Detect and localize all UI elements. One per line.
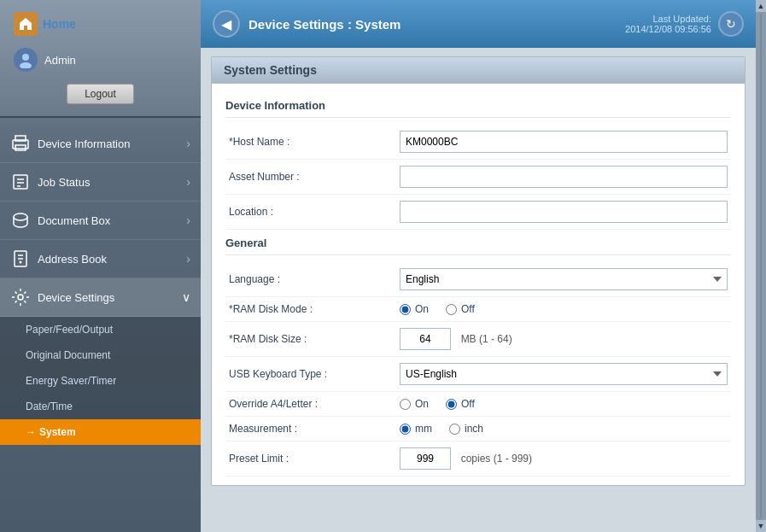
measurement-label: Measurement : (229, 423, 400, 435)
submenu-item-date-time[interactable]: Date/Time (0, 394, 201, 419)
refresh-button[interactable]: ↻ (718, 11, 744, 37)
header: ◀ Device Settings : System Last Updated:… (201, 0, 756, 48)
submenu-item-original-document[interactable]: Original Document (0, 342, 201, 368)
ram-disk-off-label: Off (461, 303, 475, 315)
submenu-item-energy-saver-timer[interactable]: Energy Saver/Timer (0, 368, 201, 394)
scrollbar-down-button[interactable]: ▼ (756, 520, 766, 532)
sidebar: Home Admin Logout Device Inform (0, 0, 201, 532)
last-updated-label: Last Updated: (653, 14, 712, 24)
override-a4-row: Override A4/Letter : On Off (225, 392, 731, 417)
svg-rect-4 (15, 145, 26, 150)
override-a4-on-option[interactable]: On (400, 398, 429, 410)
chevron-right-icon: › (186, 137, 190, 150)
submenu-item-system[interactable]: System (0, 419, 201, 445)
admin-row: Admin (9, 44, 192, 75)
location-label: Location : (229, 206, 400, 218)
sidebar-item-label: Device Settings (38, 291, 114, 304)
logout-button[interactable]: Logout (67, 84, 134, 104)
host-name-row: *Host Name : (225, 125, 731, 160)
asset-number-control (400, 166, 728, 188)
ram-disk-size-range: MB (1 - 64) (461, 333, 512, 345)
home-link[interactable]: Home (9, 9, 192, 39)
usb-keyboard-label: USB Keyboard Type : (229, 368, 400, 380)
ram-disk-off-radio[interactable] (446, 304, 457, 315)
override-a4-off-option[interactable]: Off (446, 398, 475, 410)
box-icon (10, 210, 31, 231)
ram-disk-off-option[interactable]: Off (446, 303, 475, 315)
main-content: ◀ Device Settings : System Last Updated:… (201, 0, 756, 532)
ram-disk-mode-label: *RAM Disk Mode : (229, 303, 400, 315)
printer-icon (10, 133, 31, 154)
ram-disk-mode-row: *RAM Disk Mode : On Off (225, 297, 731, 322)
asset-number-label: Asset Number : (229, 171, 400, 183)
svg-point-0 (22, 54, 29, 61)
scrollbar-up-button[interactable]: ▲ (756, 0, 766, 12)
measurement-mm-radio[interactable] (400, 424, 411, 435)
preset-limit-row: Preset Limit : copies (1 - 999) (225, 441, 731, 476)
measurement-row: Measurement : mm inch (225, 417, 731, 441)
override-a4-on-radio[interactable] (400, 399, 411, 410)
usb-keyboard-row: USB Keyboard Type : US-English UK-Englis… (225, 357, 731, 392)
ram-disk-on-label: On (415, 303, 429, 315)
avatar (14, 48, 38, 72)
asset-number-row: Asset Number : (225, 160, 731, 195)
svg-point-9 (14, 213, 27, 220)
measurement-control: mm inch (400, 423, 728, 435)
ram-disk-mode-control: On Off (400, 303, 728, 315)
asset-number-input[interactable] (400, 166, 728, 188)
ram-disk-size-label: *RAM Disk Size : (229, 333, 400, 345)
measurement-inch-option[interactable]: inch (449, 423, 483, 435)
preset-limit-control: copies (1 - 999) (400, 447, 728, 470)
home-label: Home (43, 17, 76, 31)
override-a4-label: Override A4/Letter : (229, 398, 400, 410)
language-row: Language : English French German Spanish… (225, 262, 731, 297)
override-a4-off-radio[interactable] (446, 399, 457, 410)
svg-point-13 (20, 261, 22, 264)
sidebar-item-address-book[interactable]: Address Book › (0, 240, 201, 278)
job-icon (10, 172, 31, 192)
settings-icon (10, 287, 31, 307)
language-select[interactable]: English French German Spanish Japanese (400, 268, 728, 290)
scrollbar-thumb[interactable] (760, 14, 762, 518)
preset-limit-input[interactable] (400, 447, 451, 470)
last-updated-value: 2014/12/08 09:56:56 (625, 24, 711, 34)
sidebar-item-label: Document Box (38, 214, 110, 227)
section-body: Device Information *Host Name : Asset Nu… (212, 84, 745, 485)
measurement-inch-label: inch (465, 423, 483, 435)
measurement-mm-option[interactable]: mm (400, 423, 432, 435)
measurement-mm-label: mm (415, 423, 432, 435)
usb-keyboard-select[interactable]: US-English UK-English French German (400, 363, 728, 385)
preset-limit-range: copies (1 - 999) (461, 453, 532, 465)
location-input[interactable] (400, 201, 728, 223)
ram-disk-on-option[interactable]: On (400, 303, 429, 315)
override-a4-control: On Off (400, 398, 728, 410)
sidebar-item-label: Device Information (38, 137, 130, 150)
location-row: Location : (225, 195, 731, 230)
measurement-inch-radio[interactable] (449, 424, 460, 435)
section-title: System Settings (212, 57, 745, 84)
chevron-right-icon: › (186, 175, 190, 189)
device-info-title: Device Information (225, 92, 731, 118)
sidebar-item-job-status[interactable]: Job Status › (0, 163, 201, 202)
home-icon (14, 12, 38, 36)
override-a4-off-label: Off (461, 398, 475, 410)
ram-disk-size-input[interactable] (400, 328, 451, 350)
ram-disk-mode-radio-group: On Off (400, 303, 728, 315)
sidebar-item-device-settings[interactable]: Device Settings ∨ (0, 278, 201, 317)
book-icon (10, 248, 31, 269)
sidebar-item-document-box[interactable]: Document Box › (0, 202, 201, 240)
host-name-label: *Host Name : (229, 136, 400, 148)
chevron-right-icon: › (186, 213, 190, 227)
host-name-input[interactable] (400, 131, 728, 153)
ram-disk-size-row: *RAM Disk Size : MB (1 - 64) (225, 322, 731, 357)
sidebar-item-label: Address Book (38, 253, 107, 266)
ram-disk-on-radio[interactable] (400, 304, 411, 315)
system-settings-panel: System Settings Device Information *Host… (211, 56, 746, 486)
preset-limit-label: Preset Limit : (229, 453, 400, 465)
general-title: General (225, 230, 731, 255)
back-button[interactable]: ◀ (213, 10, 240, 38)
submenu-item-paper-feed-output[interactable]: Paper/Feed/Output (0, 317, 201, 342)
sidebar-item-device-information[interactable]: Device Information › (0, 125, 201, 163)
language-label: Language : (229, 273, 400, 285)
sidebar-item-label: Job Status (38, 176, 90, 189)
